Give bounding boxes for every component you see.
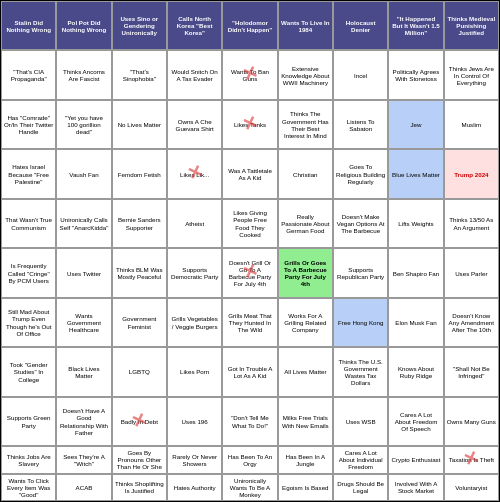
- cell-4-8[interactable]: Thinks 13/50 As An Argument: [444, 199, 499, 248]
- cell-1-6[interactable]: Incel: [333, 50, 388, 99]
- cell-10-6[interactable]: Drugs Should Be Legal: [333, 474, 388, 501]
- cell-1-8[interactable]: Thinks Jews Are In Control Of Everything: [444, 50, 499, 99]
- cell-1-4[interactable]: Wants To Ban Guns✕: [222, 50, 277, 99]
- bingo-board: Stalin Did Nothing Wrong Pol Pot Did Not…: [0, 0, 500, 502]
- header-cell-8: Thinks Medieval Punishing Justified: [444, 1, 499, 50]
- cell-3-5[interactable]: Christian: [278, 149, 333, 198]
- cell-2-4[interactable]: Likes Tanks✕: [222, 100, 277, 149]
- cell-10-5[interactable]: Egoism Is Based: [278, 474, 333, 501]
- cell-7-0[interactable]: Took "Gender Studies" In College: [1, 347, 56, 396]
- cell-4-3[interactable]: Atheist: [167, 199, 222, 248]
- cell-4-1[interactable]: Unironically Calls Self "AnarcKidda": [56, 199, 111, 248]
- header-cell-0: Stalin Did Nothing Wrong: [1, 1, 56, 50]
- cell-1-5[interactable]: Extensive Knowledge About WWII Machinery: [278, 50, 333, 99]
- cell-9-5[interactable]: Has Been In A Jungle: [278, 446, 333, 473]
- cell-6-5[interactable]: Works For A Grilling Related Company: [278, 298, 333, 347]
- cell-7-1[interactable]: Black Lives Matter: [56, 347, 111, 396]
- cell-9-6[interactable]: Cares A Lot About Individual Freedom: [333, 446, 388, 473]
- cell-2-5[interactable]: Thinks The Government Has Their Best Int…: [278, 100, 333, 149]
- cell-5-8[interactable]: Uses Parler: [444, 248, 499, 297]
- free-space[interactable]: Grills Or Goes To A Barbecue Party For J…: [278, 248, 333, 297]
- cell-10-3[interactable]: Hates Authority: [167, 474, 222, 501]
- cell-10-0[interactable]: Wants To Click Every Item Was "Good": [1, 474, 56, 501]
- header-cell-1: Pol Pot Did Nothing Wrong: [56, 1, 111, 50]
- header-cell-2: Uses Sino or Gendering Unironically: [112, 1, 167, 50]
- cell-6-8[interactable]: Doesn't Know Any Amendment After The 10t…: [444, 298, 499, 347]
- cell-8-5[interactable]: Milks Free Trials With New Emails: [278, 397, 333, 446]
- cell-4-6[interactable]: Doesn't Make Vegan Options At The Barbec…: [333, 199, 388, 248]
- cell-2-3[interactable]: Owns A Che Guevara Shirt: [167, 100, 222, 149]
- cell-3-0[interactable]: Hates Israel Because "Free Palestine": [1, 149, 56, 198]
- cell-7-2[interactable]: LGBTQ: [112, 347, 167, 396]
- cell-5-0[interactable]: Is Frequently Called "Cringe" By PCM Use…: [1, 248, 56, 297]
- cell-3-1[interactable]: Vaush Fan: [56, 149, 111, 198]
- cell-9-3[interactable]: Rarely Or Never Showers: [167, 446, 222, 473]
- cell-2-7[interactable]: Jew: [388, 100, 443, 149]
- cell-7-7[interactable]: Knows About Ruby Ridge: [388, 347, 443, 396]
- cell-7-8[interactable]: "Shall Not Be Infringed": [444, 347, 499, 396]
- cell-9-1[interactable]: Sees They're A "Witch": [56, 446, 111, 473]
- header-cell-3: Calls North Korea "Best Korea": [167, 1, 222, 50]
- cell-2-6[interactable]: Listens To Sabaton: [333, 100, 388, 149]
- cell-1-0[interactable]: "That's CIA Propaganda": [1, 50, 56, 99]
- cell-10-4[interactable]: Unironically Wants To Be A Monkey: [222, 474, 277, 501]
- header-cell-4: "Holodomor Didn't Happen": [222, 1, 277, 50]
- cell-4-7[interactable]: Lifts Weights: [388, 199, 443, 248]
- cell-3-6[interactable]: Goes To Religious Building Regularly: [333, 149, 388, 198]
- cell-4-5[interactable]: Really Passionate About German Food: [278, 199, 333, 248]
- cell-5-1[interactable]: Uses Twitter: [56, 248, 111, 297]
- cell-3-2[interactable]: Femdom Fetish: [112, 149, 167, 198]
- cell-6-0[interactable]: Still Mad About Trump Even Though he's O…: [1, 298, 56, 347]
- cell-1-3[interactable]: Would Snitch On A Tax Evader: [167, 50, 222, 99]
- cell-9-7[interactable]: Crypto Enthusiast: [388, 446, 443, 473]
- cell-3-4[interactable]: Was A Tattletale As A Kid: [222, 149, 277, 198]
- header-cell-5: Wants To Live In 1984: [278, 1, 333, 50]
- cell-10-8[interactable]: Voluntaryist: [444, 474, 499, 501]
- cell-10-1[interactable]: ACAB: [56, 474, 111, 501]
- cell-9-2[interactable]: Goes By Pronouns Other Than He Or She: [112, 446, 167, 473]
- cell-5-7[interactable]: Ben Shapiro Fan: [388, 248, 443, 297]
- cell-9-4[interactable]: Has Been To An Orgy: [222, 446, 277, 473]
- cell-6-3[interactable]: Grills Vegetables / Veggie Burgers: [167, 298, 222, 347]
- cell-9-8[interactable]: Taxation Is Theft✕: [444, 446, 499, 473]
- cell-1-1[interactable]: Thinks Ancoms Are Fascist: [56, 50, 111, 99]
- cell-2-2[interactable]: No Lives Matter: [112, 100, 167, 149]
- cell-10-2[interactable]: Thinks Shoplifting Is Justified: [112, 474, 167, 501]
- cell-5-2[interactable]: Thinks BLM Was Mostly Peaceful: [112, 248, 167, 297]
- cell-8-2[interactable]: Badly In Debt✕: [112, 397, 167, 446]
- cell-8-1[interactable]: Doesn't Have A Good Relationship With Fa…: [56, 397, 111, 446]
- cell-4-0[interactable]: That Wasn't True Communism: [1, 199, 56, 248]
- cell-7-6[interactable]: Thinks The U.S. Government Wastes Tax Do…: [333, 347, 388, 396]
- header-cell-7: "It Happened But It Wasn't 1.5 Million": [388, 1, 443, 50]
- cell-1-2[interactable]: "That's Sinophobia": [112, 50, 167, 99]
- cell-8-4[interactable]: "Don't Tell Me What To Do!": [222, 397, 277, 446]
- cell-8-7[interactable]: Cares A Lot About Freedom Of Speech: [388, 397, 443, 446]
- cell-3-7[interactable]: Blue Lives Matter: [388, 149, 443, 198]
- cell-7-3[interactable]: Likes Porn: [167, 347, 222, 396]
- header-cell-6: Holocaust Denier: [333, 1, 388, 50]
- cell-3-3[interactable]: Likes Lik...✕: [167, 149, 222, 198]
- cell-3-8[interactable]: Trump 2024: [444, 149, 499, 198]
- cell-4-2[interactable]: Bernie Sanders Supporter: [112, 199, 167, 248]
- cell-10-7[interactable]: Involved With A Stock Market: [388, 474, 443, 501]
- cell-4-4[interactable]: Likes Giving People Free Food They Cooke…: [222, 199, 277, 248]
- cell-9-0[interactable]: Thinks Jobs Are Slavery: [1, 446, 56, 473]
- cell-8-0[interactable]: Supports Green Party: [1, 397, 56, 446]
- cell-8-6[interactable]: Uses WSB: [333, 397, 388, 446]
- cell-2-1[interactable]: "Yet you have 100 gorillion dead": [56, 100, 111, 149]
- cell-6-7[interactable]: Elon Musk Fan: [388, 298, 443, 347]
- cell-2-0[interactable]: Has "Comrade" Or/In Their Twitter Handle: [1, 100, 56, 149]
- cell-5-3[interactable]: Supports Democratic Party: [167, 248, 222, 297]
- cell-6-4[interactable]: Grills Meat That They Hunted In The Wild: [222, 298, 277, 347]
- cell-6-2[interactable]: Government Feminist: [112, 298, 167, 347]
- cell-8-3[interactable]: Uses 196: [167, 397, 222, 446]
- cell-7-4[interactable]: Got In Trouble A Lot As A Kid: [222, 347, 277, 396]
- cell-5-4[interactable]: Doesn't Grill Or Go To A Barbecue Party …: [222, 248, 277, 297]
- cell-2-8[interactable]: Muslim: [444, 100, 499, 149]
- cell-1-7[interactable]: Politically Agrees With Stonetoss: [388, 50, 443, 99]
- cell-6-6[interactable]: Free Hong Kong: [333, 298, 388, 347]
- cell-8-8[interactable]: Owns Many Guns: [444, 397, 499, 446]
- cell-5-6[interactable]: Supports Republican Party: [333, 248, 388, 297]
- cell-7-5[interactable]: All Lives Matter: [278, 347, 333, 396]
- cell-6-1[interactable]: Wants Government Healthcare: [56, 298, 111, 347]
